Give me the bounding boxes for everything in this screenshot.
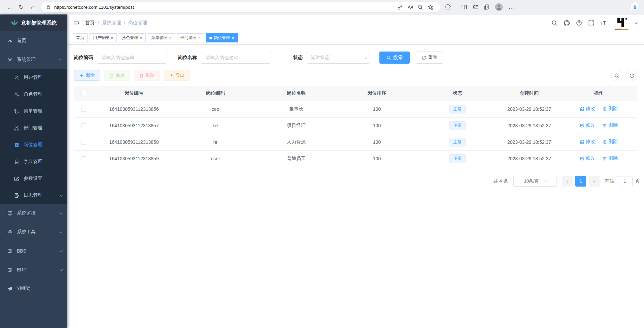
favorite-star-icon[interactable] — [425, 2, 435, 12]
breadcrumb-level2[interactable]: 岗位管理 — [128, 20, 147, 26]
tab-post-mgmt[interactable]: 岗位管理 × — [206, 33, 238, 42]
tab-label: 菜单管理 — [151, 35, 167, 41]
browser-refresh-button[interactable]: ↻ — [15, 1, 27, 13]
post-name-input[interactable] — [201, 52, 271, 64]
gear-icon — [7, 57, 12, 62]
collections-icon[interactable] — [472, 4, 478, 10]
url-text: https://ccnetcore.com:1101/system/post — [54, 5, 395, 10]
refresh-table-button[interactable] — [626, 70, 637, 81]
page-content: 岗位编码 岗位名称 状态 岗位状态 搜索 重置 — [67, 45, 644, 328]
password-key-icon[interactable] — [395, 2, 405, 12]
row-edit-button[interactable]: 修改 — [580, 122, 595, 128]
browser-home-button[interactable]: ⌂ — [27, 1, 38, 13]
browser-back-button[interactable]: ← — [4, 1, 15, 13]
cell-post-id: 1641030593112313859 — [93, 150, 175, 167]
sidebar-item-role-mgmt[interactable]: 角色管理 — [0, 86, 67, 103]
user-avatar[interactable] — [615, 16, 629, 30]
header-search-icon[interactable] — [551, 20, 557, 26]
tab-user-mgmt[interactable]: 用户管理 × — [90, 33, 117, 42]
delete-button[interactable]: 删除 — [134, 70, 160, 81]
row-checkbox[interactable] — [81, 107, 86, 112]
tab-close-icon[interactable]: × — [169, 35, 172, 40]
address-bar[interactable]: https://ccnetcore.com:1101/system/post — [41, 2, 440, 12]
breadcrumb: 首页 / 系统管理 / 岗位管理 — [85, 20, 147, 26]
profile-avatar-icon[interactable] — [495, 3, 503, 11]
tab-close-icon[interactable]: × — [232, 35, 234, 40]
browser-settings-menu-icon[interactable]: … — [508, 4, 514, 10]
row-delete-button[interactable]: 删除 — [603, 139, 618, 145]
font-size-icon[interactable]: TT — [600, 20, 608, 26]
status-badge: 正常 — [449, 154, 466, 163]
tab-close-icon[interactable]: × — [111, 35, 113, 40]
select-all-checkbox[interactable] — [81, 91, 86, 96]
breadcrumb-home[interactable]: 首页 — [85, 20, 95, 26]
page-number-1[interactable]: 1 — [575, 176, 586, 187]
edit-button[interactable]: 修改 — [104, 70, 130, 81]
sidebar-item-system-mgmt[interactable]: 系统管理 — [0, 50, 67, 69]
sidebar-item-system-monitor[interactable]: 系统监控 — [0, 204, 67, 223]
row-delete-button[interactable]: 删除 — [603, 155, 618, 161]
next-page-button[interactable]: › — [589, 176, 600, 187]
table-header-row: 岗位编号 岗位编码 岗位名称 岗位排序 状态 创建时间 操作 — [74, 86, 637, 101]
tab-home[interactable]: 首页 — [73, 33, 88, 42]
row-edit-button[interactable]: 修改 — [580, 139, 595, 145]
sidebar-item-erp[interactable]: ERP — [0, 260, 67, 279]
extensions-puzzle-icon[interactable] — [445, 4, 451, 10]
read-aloud-icon[interactable] — [405, 2, 415, 12]
tab-menu-mgmt[interactable]: 菜单管理 × — [148, 33, 175, 42]
sidebar-item-user-mgmt[interactable]: 用户管理 — [0, 69, 67, 86]
split-screen-icon[interactable] — [461, 4, 467, 10]
tab-role-mgmt[interactable]: 角色管理 × — [119, 33, 146, 42]
chevron-down-icon — [60, 230, 63, 233]
help-icon[interactable] — [576, 20, 582, 26]
fullscreen-icon[interactable] — [588, 20, 594, 26]
row-checkbox[interactable] — [81, 156, 86, 161]
sidebar-collapse-icon[interactable] — [73, 20, 80, 26]
toolbar-divider — [456, 4, 456, 10]
col-post-id: 岗位编号 — [93, 86, 175, 101]
table-row: 1641030593112313858 hr 人力资源 100 正常 2023-… — [74, 134, 637, 150]
sidebar-item-system-tools[interactable]: 系统工具 — [0, 223, 67, 241]
chevron-down-icon — [543, 179, 547, 182]
tab-close-icon[interactable]: × — [140, 35, 143, 40]
app-logo[interactable]: 意框架管理系统 — [0, 14, 67, 31]
sidebar-item-bbs[interactable]: BBS — [0, 241, 67, 260]
row-delete-button[interactable]: 删除 — [603, 106, 618, 112]
copilot-bing-icon[interactable]: b — [630, 1, 640, 13]
show-search-toggle-button[interactable] — [611, 70, 622, 81]
tab-actions-icon[interactable] — [483, 4, 489, 10]
goto-page-input[interactable] — [617, 176, 633, 186]
sidebar-item-dept-mgmt[interactable]: 部门管理 — [0, 120, 67, 136]
add-button[interactable]: 新增 — [74, 70, 100, 81]
zoom-out-icon[interactable] — [415, 2, 425, 12]
row-delete-button[interactable]: 删除 — [603, 122, 618, 128]
trash-icon — [603, 140, 607, 144]
github-icon[interactable] — [564, 20, 570, 26]
sidebar-item-yi-framework[interactable]: Yi框架 — [0, 279, 67, 298]
sidebar-item-dict-mgmt[interactable]: 字典管理 — [0, 153, 67, 170]
tab-dept-mgmt[interactable]: 部门管理 × — [177, 33, 204, 42]
sidebar-item-param-settings[interactable]: 参数设置 — [0, 170, 67, 187]
tab-close-icon[interactable]: × — [198, 35, 201, 40]
breadcrumb-level1[interactable]: 系统管理 — [102, 20, 121, 26]
post-code-input[interactable] — [97, 52, 167, 64]
row-edit-button[interactable]: 修改 — [580, 106, 595, 112]
table-row: 1641030593112313859 user 普通员工 100 正常 202… — [74, 150, 637, 167]
status-select[interactable]: 岗位状态 — [307, 52, 370, 64]
page-size-select[interactable]: 10条/页 — [513, 176, 556, 187]
sidebar-item-home[interactable]: 首页 — [0, 31, 67, 50]
sidebar-item-post-mgmt[interactable]: 岗位管理 — [0, 136, 67, 153]
row-checkbox[interactable] — [81, 123, 86, 128]
svg-text:T: T — [600, 22, 602, 25]
row-edit-button[interactable]: 修改 — [580, 155, 595, 161]
export-button[interactable]: 导出 — [164, 70, 190, 81]
user-menu-caret-icon[interactable] — [635, 23, 638, 26]
prev-page-button[interactable]: ‹ — [562, 176, 573, 187]
row-checkbox[interactable] — [81, 140, 86, 145]
sidebar-item-menu-mgmt[interactable]: 菜单管理 — [0, 103, 67, 120]
status-badge: 正常 — [449, 138, 466, 146]
search-button[interactable]: 搜索 — [379, 52, 410, 64]
app-title: 意框架管理系统 — [21, 20, 57, 26]
sidebar-item-log-mgmt[interactable]: 日志管理 — [0, 187, 67, 204]
reset-button[interactable]: 重置 — [416, 52, 443, 64]
